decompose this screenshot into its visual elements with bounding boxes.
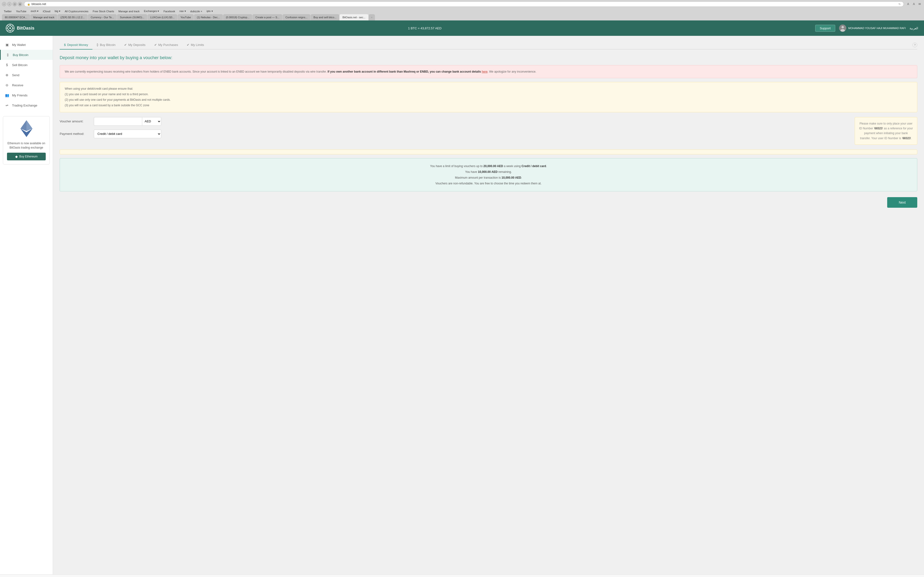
sidebar-item-trading[interactable]: ⇌ Trading Exchange — [0, 100, 53, 110]
sell-icon: $ — [5, 63, 9, 67]
tab-my-limits[interactable]: ✔ My Limits — [183, 40, 208, 50]
card-notice-line3: (2) you will use only one card for your … — [65, 97, 912, 103]
top-nav: BitOasis 1 BTC = 43,872.57 AED Support M… — [0, 21, 924, 36]
support-button[interactable]: Support — [815, 25, 835, 32]
next-button[interactable]: Next — [887, 197, 917, 208]
sidebar-item-wallet[interactable]: ▣ My Wallet — [0, 40, 53, 50]
browser-tab-active[interactable]: BitOasis.net - sec... — [339, 14, 368, 21]
deposit-tab-label: Deposit Money — [67, 43, 88, 47]
browser-tab-12[interactable]: Buy and sell bitco... — [311, 14, 339, 21]
browser-action-buttons: A A ✉ — [906, 2, 922, 6]
window-btn[interactable]: ⊡ — [13, 2, 17, 6]
browser-tab-1[interactable]: 80.0000047 ECA... — [2, 14, 30, 21]
sidebar-label-friends: My Friends — [12, 93, 27, 97]
bookmarks-bar: Twitter YouTube exch ▾ iCloud big ▾ All … — [2, 8, 922, 14]
bookmark-exch[interactable]: exch ▾ — [29, 9, 40, 13]
alert-here-link[interactable]: here — [482, 70, 488, 73]
sidebar-item-sell-bitcoin[interactable]: $ Sell Bitcoin — [0, 60, 53, 70]
sidebar-label-buy-bitcoin: Buy Bitcoin — [13, 53, 28, 57]
new-tab-btn[interactable]: + — [368, 14, 375, 21]
bookmark-exchanges[interactable]: Exchanges ▾ — [142, 9, 161, 13]
language-toggle[interactable]: العربية — [909, 26, 918, 30]
browser-chrome: ‹ › ⊡ ⊞ 🔒 bitoasis.net ↻ A A ✉ Twitter Y… — [0, 0, 924, 21]
voucher-amount-input[interactable] — [94, 117, 142, 126]
browser-tab-4[interactable]: Currency - Our Te... — [88, 14, 117, 21]
browser-tab-10[interactable]: Create a post — S... — [252, 14, 282, 21]
payment-label: Payment method: — [60, 132, 91, 135]
sidebar-label-receive: Receive — [12, 84, 23, 87]
buy-bitcoin-tab-icon: ₿ — [97, 43, 99, 47]
purchases-tab-label: My Purchases — [158, 43, 178, 47]
help-icon[interactable]: ? — [913, 43, 917, 47]
limit-info-box: You have a limit of buying vouchers up t… — [60, 158, 917, 191]
bookmark-dubizzle[interactable]: dubizzle × — [188, 10, 204, 13]
footer: LEARN MORE Blog DOCUMENTS Terms of servi… — [0, 574, 924, 577]
limit-line3: Maximum amount per transaction is 10,000… — [65, 175, 912, 181]
bookmark-nav[interactable]: nav ▾ — [178, 9, 188, 13]
browser-tab-2[interactable]: Manage and track — [30, 14, 57, 21]
btc-price: 1 BTC = 43,872.57 AED — [408, 26, 441, 30]
share-btn[interactable]: A — [906, 2, 911, 6]
bookmark-big[interactable]: big ▾ — [53, 9, 62, 13]
tab-buy-bitcoin[interactable]: ₿ Buy Bitcoin — [92, 40, 120, 50]
font-btn[interactable]: A — [911, 2, 916, 6]
bookmark-facebook[interactable]: Facebook — [162, 10, 177, 13]
user-id-info-box: Please make sure to only place your user… — [855, 117, 917, 145]
progress-bar — [60, 150, 917, 154]
bookmark-manage[interactable]: Manage and track — [116, 10, 142, 13]
limit-period: . — [546, 164, 547, 168]
browser-tab-5[interactable]: Sumokoin (SUMO)... — [117, 14, 147, 21]
sidebar-item-buy-bitcoin[interactable]: ₿ Buy Bitcoin — [0, 50, 53, 60]
remaining-post: remaining. — [498, 170, 512, 174]
tab-my-purchases[interactable]: ✔ My Purchases — [150, 40, 183, 50]
buy-ethereum-button[interactable]: ◆ Buy Ethereum — [7, 153, 46, 160]
ssl-lock-icon: 🔒 — [27, 3, 30, 5]
limit-line2: You have 10,000.00 AED remaining. — [65, 169, 912, 175]
nav-right: Support MOHAMMAD YOUSAF HAJI MUHAMMAD RA… — [815, 24, 918, 32]
limit-line4: Vouchers are non-refundable. You are fre… — [65, 181, 912, 186]
alert-text-2: . We apologize for any inconvenience. — [488, 70, 536, 73]
tab-btn[interactable]: ⊞ — [18, 2, 22, 6]
limit-text-post: a week using — [503, 164, 522, 168]
browser-tab-7[interactable]: YouTube — [178, 14, 194, 21]
tab-deposit-money[interactable]: $ Deposit Money — [60, 40, 92, 50]
bookmark-cryptocurrencies[interactable]: All Cryptocurrencies — [63, 10, 90, 13]
logo-text: BitOasis — [17, 26, 34, 31]
buy-eth-label: Buy Ethereum — [19, 155, 37, 158]
bookmark-twitter[interactable]: Twitter — [2, 10, 13, 13]
svg-point-12 — [842, 26, 844, 28]
form-fields: Voucher amount: AED Payment method: Cred… — [60, 117, 850, 145]
browser-tab-3[interactable]: (ZER) $3.55 (-12.2... — [58, 14, 87, 21]
bookmark-youtube[interactable]: YouTube — [14, 10, 28, 13]
eth-icon-inline: ◆ — [15, 155, 18, 158]
bookmark-icloud[interactable]: iCloud — [41, 10, 52, 13]
reload-icon[interactable]: ↻ — [898, 3, 901, 6]
currency-select[interactable]: AED — [142, 117, 161, 126]
card-notice-line4: (3) you will not use a card issued by a … — [65, 103, 912, 108]
content-wrapper: ▣ My Wallet ₿ Buy Bitcoin $ Sell Bitcoin… — [0, 36, 924, 574]
sidebar-item-receive[interactable]: ⊖ Receive — [0, 80, 53, 90]
forward-btn[interactable]: › — [7, 2, 11, 6]
tabs-bar: $ Deposit Money ₿ Buy Bitcoin ✔ My Depos… — [60, 40, 917, 50]
alert-text-1: We are currently experiencing issues rec… — [65, 70, 328, 73]
url-bar[interactable]: 🔒 bitoasis.net ↻ — [24, 2, 904, 7]
mail-btn[interactable]: ✉ — [917, 2, 922, 6]
logo-icon — [6, 24, 15, 32]
bookmark-iptv[interactable]: iptv ▾ — [205, 9, 215, 13]
browser-tab-9[interactable]: (0.00018) Cryptop... — [223, 14, 252, 21]
limits-tab-icon: ✔ — [187, 43, 189, 47]
info-text-3: '. — [911, 137, 912, 140]
browser-tab-6[interactable]: LUXCoin (LUX) $3... — [147, 14, 177, 21]
limit-amount: 20,000.00 AED — [483, 164, 503, 168]
browser-tab-8[interactable]: (1) Nebulas - Dec... — [194, 14, 223, 21]
bookmark-stockcharts[interactable]: Free Stock Charts — [91, 10, 116, 13]
receive-icon: ⊖ — [5, 83, 9, 87]
sidebar-item-friends[interactable]: 👥 My Friends — [0, 90, 53, 100]
trading-icon: ⇌ — [5, 103, 9, 108]
payment-method-select[interactable]: Credit / debit card Wire Transfer — [94, 130, 161, 138]
sidebar-item-send[interactable]: ⊕ Send — [0, 70, 53, 80]
tab-my-deposits[interactable]: ✔ My Deposits — [120, 40, 150, 50]
browser-tab-11[interactable]: Confusion reigns... — [283, 14, 310, 21]
back-btn[interactable]: ‹ — [2, 2, 6, 6]
deposits-tab-label: My Deposits — [128, 43, 145, 47]
